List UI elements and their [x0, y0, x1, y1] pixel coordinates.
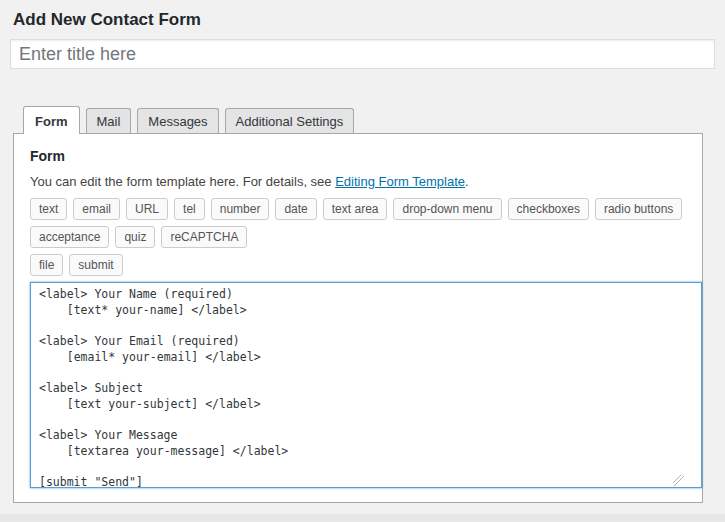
editor-tab-bar: Form Mail Messages Additional Settings [13, 106, 703, 133]
tag-button-acceptance[interactable]: acceptance [30, 226, 109, 248]
tag-button-text[interactable]: text [30, 198, 67, 220]
editing-form-template-link[interactable]: Editing Form Template [335, 174, 465, 189]
tab-form[interactable]: Form [23, 106, 80, 134]
tag-button-file[interactable]: file [30, 254, 63, 276]
tag-button-tel[interactable]: tel [174, 198, 205, 220]
tab-additional-settings[interactable]: Additional Settings [225, 108, 355, 133]
form-editor-panel: Form You can edit the form template here… [13, 133, 703, 503]
tag-button-quiz[interactable]: quiz [115, 226, 155, 248]
panel-heading: Form [30, 148, 686, 164]
form-title-input[interactable] [10, 39, 715, 69]
description-text-after: . [465, 174, 469, 189]
description-text-before: You can edit the form template here. For… [30, 174, 335, 189]
tag-generator-row-1: text email URL tel number date text area… [30, 198, 686, 248]
tag-button-email[interactable]: email [73, 198, 120, 220]
tag-button-recaptcha[interactable]: reCAPTCHA [161, 226, 247, 248]
tag-generator-row-2: file submit [30, 254, 686, 276]
tag-button-checkboxes[interactable]: checkboxes [508, 198, 589, 220]
tab-messages[interactable]: Messages [137, 108, 218, 133]
tag-button-number[interactable]: number [211, 198, 270, 220]
tag-button-date[interactable]: date [275, 198, 316, 220]
tab-mail[interactable]: Mail [86, 108, 132, 133]
panel-description: You can edit the form template here. For… [30, 174, 686, 189]
form-template-textarea[interactable]: <label> Your Name (required) [text* your… [30, 282, 702, 488]
resize-handle-icon[interactable] [673, 475, 684, 486]
form-template-editor: <label> Your Name (required) [text* your… [30, 282, 686, 488]
viewport-bottom-edge [0, 514, 725, 522]
page-title: Add New Contact Form [0, 0, 725, 30]
tag-button-radio-buttons[interactable]: radio buttons [595, 198, 682, 220]
tag-button-text-area[interactable]: text area [323, 198, 388, 220]
tag-button-submit[interactable]: submit [69, 254, 122, 276]
tag-button-url[interactable]: URL [126, 198, 168, 220]
tag-button-drop-down-menu[interactable]: drop-down menu [393, 198, 501, 220]
